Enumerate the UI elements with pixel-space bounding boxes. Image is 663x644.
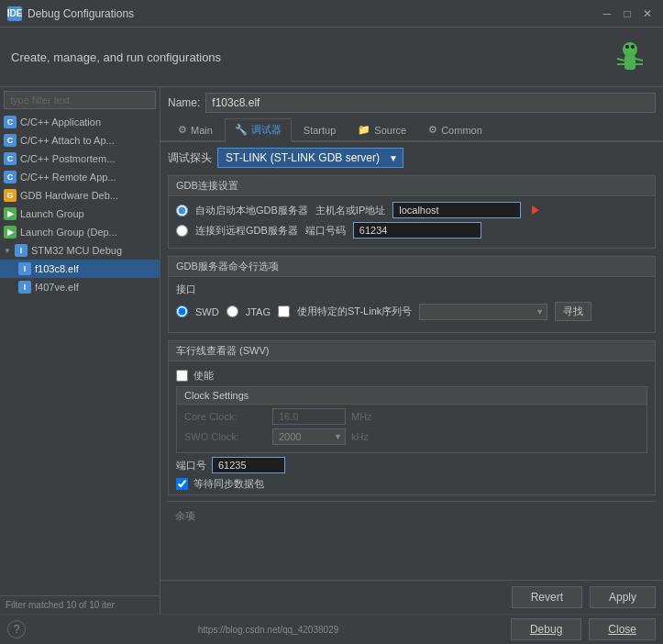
host-input[interactable] [392,202,521,218]
swv-enable-label: 使能 [193,369,214,383]
tree-item-gdb-hw[interactable]: G GDB Hardware Deb... [0,186,160,205]
tree-item-f103c8[interactable]: I f103c8.elf [0,260,160,278]
port-row: 端口号 [176,457,647,473]
debugger-select-wrap: ST-LINK (ST-LINK GDB server) OpenOCD J-L… [217,148,403,168]
filter-input[interactable] [4,91,156,109]
serial-combo[interactable] [419,304,547,320]
wait-sync-checkbox[interactable] [176,478,188,490]
tab-startup[interactable]: Startup [293,118,346,140]
tree-item-cpp-remote[interactable]: C C/C++ Remote App... [0,168,160,186]
gdb-options-title: GDB服务器命令行选项 [169,257,655,277]
common-tab-icon: ⚙ [428,124,437,136]
serial-combo-wrap: ▼ [419,304,547,320]
app-icon: IDE [7,6,22,21]
tree-item-cpp-app[interactable]: C C/C++ Application [0,113,160,131]
cpp-remote-icon: C [4,171,17,183]
clock-settings-content: Core Clock: MHz SWO Clock: 2000 [177,405,646,452]
core-clock-input[interactable] [272,408,346,425]
config-panel: 调试探头 ST-LINK (ST-LINK GDB server) OpenOC… [160,142,663,580]
debug-button[interactable]: Debug [511,618,581,640]
launch-group-icon: ▶ [4,207,17,220]
title-bar-controls: ─ □ ✕ [599,6,656,22]
swo-clock-combo-wrap: 2000 ▼ [272,428,346,445]
swd-label: SWD [195,306,219,317]
clock-settings-box: Clock Settings Core Clock: MHz SWO Clock… [176,386,647,453]
tree-item-launch-group-dep[interactable]: ▶ Launch Group (Dep... [0,223,160,241]
svg-point-7 [631,45,635,49]
swd-jtag-row: SWD JTAG 使用特定的ST-Link序列号 ▼ 寻找 [176,302,647,321]
footer-buttons: Revert Apply [512,586,656,608]
name-input[interactable] [205,93,656,113]
window-header: Create, manage, and run configurations [0,28,663,87]
auto-start-radio[interactable] [176,205,188,217]
more-section: 余项 [168,501,656,530]
interface-label-row: 接口 [176,283,647,296]
url-text: https://blog.csdn.net/qq_42038029 [198,625,338,635]
left-panel: C C/C++ Application C C/C++ Attach to Ap… [0,87,160,614]
tree-area: C C/C++ Application C C/C++ Attach to Ap… [0,113,160,595]
title-bar: IDE Debug Configurations ─ □ ✕ [0,0,663,28]
wait-sync-label: 等待同步数据包 [193,477,264,491]
tree-item-f407ve[interactable]: I f407ve.elf [0,278,160,296]
arrow-indicator [532,205,539,215]
swo-clock-combo[interactable]: 2000 [272,428,346,445]
close-button[interactable]: ✕ [639,6,656,22]
right-panel: Name: ⚙ Main 🔧 调试器 Startup 📁 Sourc [160,87,663,614]
connect-remote-radio[interactable] [176,225,188,237]
debugger-selector-row: 调试探头 ST-LINK (ST-LINK GDB server) OpenOC… [168,148,656,168]
stm32-expand-icon: ▼ [4,247,13,255]
swd-radio[interactable] [176,305,188,317]
debugger-label: 调试探头 [168,150,212,166]
final-close-button[interactable]: Close [589,618,656,640]
use-specific-checkbox[interactable] [278,305,290,317]
svg-line-2 [617,59,624,61]
swv-content: 使能 Clock Settings Core Clock: MHz [169,361,655,494]
tree-item-cpp-postmortem[interactable]: C C/C++ Postmortem... [0,150,160,168]
bug-icon [608,35,652,79]
auto-start-row: 自动启动本地GDB服务器 主机名或IP地址 [176,202,647,218]
f103c8-icon: I [18,262,31,275]
debugger-tab-icon: 🔧 [235,124,248,136]
browse-button[interactable]: 寻找 [555,302,591,321]
footer: Revert Apply [160,580,663,614]
help-icon[interactable]: ? [7,620,26,638]
tab-source[interactable]: 📁 Source [348,118,416,140]
port-code-input[interactable] [353,222,481,239]
tree-item-cpp-attach[interactable]: C C/C++ Attach to Ap... [0,131,160,150]
port-input[interactable] [212,457,285,473]
main-tab-icon: ⚙ [178,124,187,136]
cpp-postmortem-icon: C [4,152,17,165]
revert-button[interactable]: Revert [512,586,582,608]
svg-rect-1 [624,55,635,70]
swo-clock-row: SWO Clock: 2000 ▼ kHz [184,428,639,445]
name-label: Name: [168,96,200,109]
tab-main[interactable]: ⚙ Main [168,118,223,140]
window-subtitle: Create, manage, and run configurations [11,50,221,64]
gdb-options-content: 接口 SWD JTAG 使用特定的ST-Link序列号 ▼ [169,277,655,332]
tree-item-launch-group[interactable]: ▶ Launch Group [0,205,160,223]
tab-common[interactable]: ⚙ Common [418,118,492,140]
minimize-button[interactable]: ─ [599,6,615,22]
jtag-radio[interactable] [227,305,238,317]
swo-clock-label: SWO Clock: [184,431,267,442]
gdb-options-section: GDB服务器命令行选项 接口 SWD JTAG 使用特定的ST-Link序列号 [168,256,656,333]
swv-title: 车行线查看器 (SWV) [169,341,655,361]
filter-status: Filter matched 10 of 10 iter [0,595,160,614]
cpp-attach-icon: C [4,134,17,147]
auto-start-label: 自动启动本地GDB服务器 [195,204,308,217]
swv-enable-checkbox[interactable] [176,370,188,382]
use-specific-label: 使用特定的ST-Link序列号 [297,305,412,318]
gdb-connection-section: GDB连接设置 自动启动本地GDB服务器 主机名或IP地址 连 [168,175,656,249]
name-row: Name: [160,87,663,118]
debugger-select[interactable]: ST-LINK (ST-LINK GDB server) OpenOCD J-L… [217,148,403,168]
maximize-button[interactable]: □ [619,6,635,22]
stm32-icon: I [15,244,28,257]
tree-item-stm32[interactable]: ▼ I STM32 MCU Debug [0,241,160,260]
more-label: 余项 [168,505,656,527]
tab-debugger[interactable]: 🔧 调试器 [225,118,292,142]
wait-sync-row: 等待同步数据包 [176,477,647,491]
apply-button[interactable]: Apply [590,586,656,608]
connect-remote-row: 连接到远程GDB服务器 端口号码 [176,222,647,239]
source-tab-icon: 📁 [358,124,370,136]
tabs: ⚙ Main 🔧 调试器 Startup 📁 Source ⚙ Common [160,118,663,142]
